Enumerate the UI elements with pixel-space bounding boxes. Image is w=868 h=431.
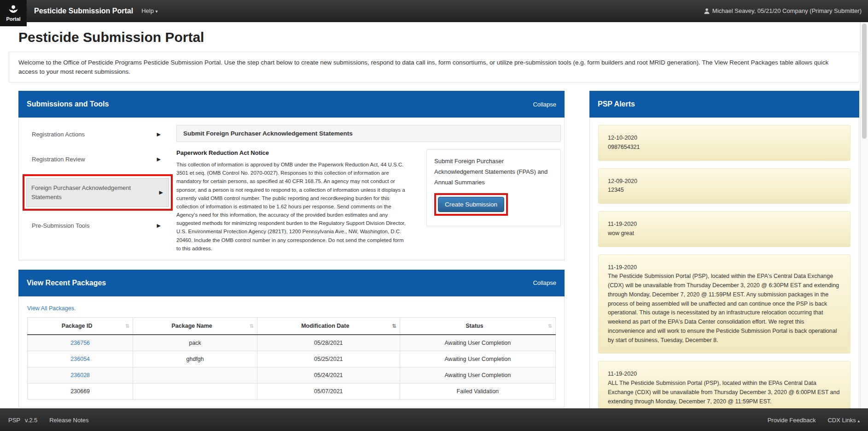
alert-text: wow great (608, 230, 634, 236)
modification-date-cell: 05/07/2021 (257, 383, 400, 399)
psp-alert-item: 12-10-2020 0987654321 (598, 125, 851, 161)
menu-item-label: Registration Review (32, 155, 157, 164)
section-header: Submit Foreign Purchaser Acknowledgement… (176, 125, 561, 142)
recent-packages-panel-title: View Recent Packages (27, 279, 533, 287)
alert-text: The Pesticide Submission Portal (PSP), l… (608, 273, 839, 343)
menu-item-label: Registration Actions (32, 130, 157, 139)
page-scrollbar-thumb[interactable] (862, 24, 867, 139)
status-cell: Awaiting User Completion (400, 335, 555, 351)
help-menu[interactable]: Help ▾ (141, 7, 157, 14)
welcome-box: Welcome to the Office of Pesticide Progr… (9, 52, 859, 83)
alert-date: 11-19-2020 (608, 370, 841, 379)
column-header-label: Status (466, 323, 483, 329)
column-header-label: Modification Date (301, 323, 349, 329)
sidebar-menu-item[interactable]: Pre-Submission Tools ▶ (27, 216, 166, 236)
package-id-link: 236054 (70, 356, 90, 362)
table-row: 236756 pack 05/28/2021 Awaiting User Com… (28, 335, 556, 351)
page-content: Pesticide Submission Portal Welcome to t… (0, 22, 868, 431)
annotation-highlight-create-submission: Create Submission (434, 193, 508, 216)
provide-feedback-link[interactable]: Provide Feedback (768, 417, 816, 424)
user-info[interactable]: Michael Seavey, 05/21/20 Company (Primar… (704, 7, 862, 14)
user-icon (704, 8, 710, 14)
table-row: 236028 05/24/2021 Awaiting User Completi… (28, 367, 556, 383)
sidebar-menu-item[interactable]: Registration Review ▶ (27, 150, 166, 169)
alert-text: 0987654321 (608, 144, 640, 150)
package-id-cell[interactable]: 236756 (28, 335, 133, 351)
package-name-cell (133, 367, 257, 383)
sort-icon: ⇅ (548, 323, 552, 329)
top-navbar: Portal Pesticide Submission Portal Help … (0, 0, 868, 22)
fpas-action-box: Submit Foreign Purchaser Acknowledgement… (426, 149, 561, 226)
pra-title: Paperwork Reduction Act Notice (176, 149, 409, 156)
create-submission-button[interactable]: Create Submission (438, 197, 504, 212)
arrow-right-icon: ▶ (159, 189, 163, 195)
view-recent-packages-panel: View Recent Packages Collapse View All P… (18, 270, 565, 407)
sidebar-menu-item[interactable]: Registration Actions ▶ (27, 125, 166, 144)
psp-alert-item: 11-19-2020 wow great (598, 211, 851, 247)
recent-packages-table: Package ID ⇅ Package Name ⇅ Modification… (27, 317, 556, 400)
package-id-link: 236756 (70, 340, 90, 346)
column-header-label: Package ID (62, 323, 93, 329)
page-scrollbar[interactable] (860, 22, 868, 408)
alert-text: ALL The Pesticide Submission Portal (PSP… (608, 380, 839, 405)
arrow-right-icon: ▶ (157, 156, 161, 162)
sort-icon: ⇅ (125, 323, 129, 329)
recent-packages-panel-header: View Recent Packages Collapse (18, 270, 565, 296)
footer-app-name: PSP (8, 417, 20, 424)
package-name-cell (133, 383, 257, 399)
submissions-panel-header: Submissions and Tools Collapse (18, 91, 565, 118)
table-header-row: Package ID ⇅ Package Name ⇅ Modification… (28, 317, 556, 335)
package-id-cell: 230669 (28, 383, 133, 399)
logo-label: Portal (6, 16, 20, 22)
table-column-header[interactable]: Modification Date ⇅ (257, 317, 400, 335)
release-notes-link[interactable]: Release Notes (49, 417, 88, 424)
page-title: Pesticide Submission Portal (18, 30, 868, 45)
psp-alerts-panel-header: PSP Alerts (589, 91, 859, 118)
cdx-links-dropup[interactable]: CDX Links ▴ (827, 417, 860, 424)
modification-date-cell: 05/24/2021 (257, 367, 400, 383)
menu-item-label: Pre-Submission Tools (32, 221, 157, 230)
footer-bar: PSP v.2.5 Release Notes Provide Feedback… (0, 408, 868, 431)
paperwork-reduction-notice: Paperwork Reduction Act Notice This coll… (176, 149, 409, 253)
welcome-text: Welcome to the Office of Pesticide Progr… (18, 59, 828, 75)
alert-date: 12-09-2020 (608, 177, 841, 186)
table-row: 230669 05/07/2021 Failed Validation (28, 383, 556, 399)
status-cell: Failed Validation (400, 383, 555, 399)
modification-date-cell: 05/28/2021 (257, 335, 400, 351)
cdx-portal-logo-icon (7, 5, 19, 16)
status-cell: Awaiting User Completion (400, 351, 555, 367)
menu-item-label: Foreign Purchaser Acknowledgement Statem… (31, 183, 159, 201)
menu-item-wrap: Registration Actions ▶ (27, 125, 166, 144)
annotation-highlight-menu-item: Foreign Purchaser Acknowledgement Statem… (23, 174, 173, 211)
fpas-action-description: Submit Foreign Purchaser Acknowledgement… (434, 156, 553, 188)
sort-icon: ⇅ (392, 323, 396, 329)
recent-packages-collapse-link[interactable]: Collapse (533, 279, 556, 286)
package-id-link: 230669 (70, 388, 90, 395)
psp-alerts-list: 12-10-2020 0987654321 12-09-2020 12345 1… (589, 118, 859, 430)
package-name-cell: pack (133, 335, 257, 351)
column-header-label: Package Name (172, 323, 212, 329)
cdx-portal-logo[interactable]: Portal (0, 0, 27, 26)
alert-date: 12-10-2020 (608, 134, 841, 143)
pra-body-text: This collection of information is approv… (176, 160, 409, 253)
table-row: 236054 ghdfgh 05/25/2021 Awaiting User C… (28, 351, 556, 367)
sort-icon: ⇅ (250, 323, 253, 329)
navbar-app-title[interactable]: Pesticide Submission Portal (34, 7, 133, 15)
view-all-packages-link[interactable]: View All Packages. (27, 305, 76, 312)
table-body: 236756 pack 05/28/2021 Awaiting User Com… (28, 335, 556, 400)
arrow-right-icon: ▶ (157, 223, 161, 229)
table-column-header[interactable]: Package ID ⇅ (28, 317, 133, 335)
sidebar-menu-item[interactable]: Foreign Purchaser Acknowledgement Statem… (26, 178, 169, 207)
status-cell: Awaiting User Completion (400, 367, 555, 383)
footer-version: v.2.5 (25, 417, 37, 424)
package-id-cell[interactable]: 236028 (28, 367, 133, 383)
table-column-header[interactable]: Status ⇅ (400, 317, 555, 335)
table-column-header[interactable]: Package Name ⇅ (133, 317, 257, 335)
user-info-text: Michael Seavey, 05/21/20 Company (Primar… (712, 7, 862, 14)
package-id-link: 236028 (70, 372, 90, 378)
package-id-cell[interactable]: 236054 (28, 351, 133, 367)
psp-alert-item: 12-09-2020 12345 (598, 168, 851, 204)
arrow-right-icon: ▶ (157, 131, 161, 137)
alert-date: 11-19-2020 (608, 263, 841, 272)
submissions-collapse-link[interactable]: Collapse (533, 101, 556, 108)
